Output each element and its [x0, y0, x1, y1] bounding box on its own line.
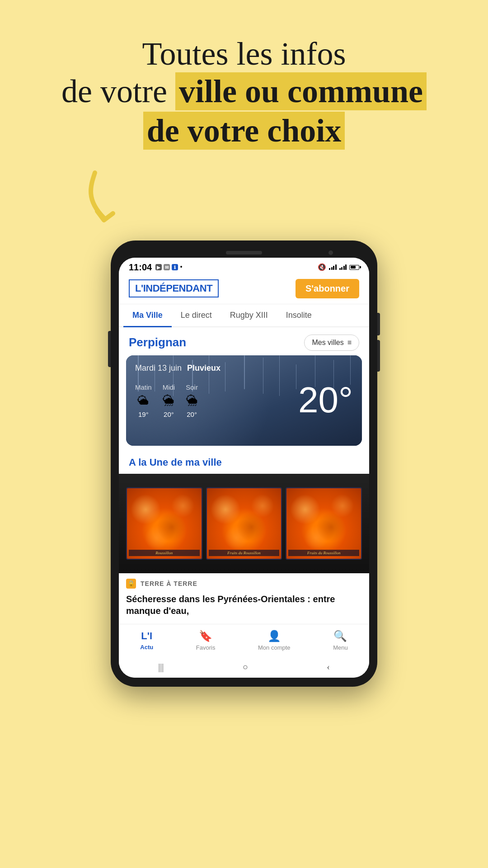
weather-date: Mardi 13 juin — [135, 363, 182, 373]
menu-label: Menu — [333, 644, 348, 651]
period-matin-temp: 19° — [138, 410, 149, 418]
hero-line1: Toutes les infos — [27, 36, 461, 72]
bottom-nav-menu[interactable]: 🔍 Menu — [333, 630, 348, 651]
mute-icon: 🔇 — [318, 263, 326, 271]
status-time: 11:04 — [129, 262, 152, 273]
news-article-image: Roussillon Fruits du Roussillon Fruits d… — [119, 474, 369, 573]
section-title: A la Une de ma ville — [119, 453, 369, 474]
weather-period-soir: Soir 🌦 20° — [186, 383, 198, 418]
period-midi-icon: 🌦 — [163, 394, 174, 408]
android-back-button[interactable]: ||| — [158, 662, 164, 672]
weather-header: Mardi 13 juin Pluvieux — [135, 363, 353, 373]
weather-temperature: 20° — [298, 382, 353, 418]
hero-section: Toutes les infos de votre ville ou commu… — [0, 0, 488, 168]
app-logo: L'INDÉPENDANT — [129, 279, 219, 297]
weather-period-matin: Matin 🌥 19° — [135, 383, 152, 418]
favoris-label: Favoris — [196, 644, 216, 651]
notification-icons: ▶ ✉ ℹ • — [155, 263, 183, 271]
battery-icon — [349, 265, 359, 270]
weather-content: Mardi 13 juin Pluvieux Matin 🌥 19° Midi — [126, 355, 362, 426]
menu-lines-icon: ≡ — [347, 339, 352, 347]
hero-line2-text: de votre — [61, 73, 167, 109]
period-midi-temp: 20° — [164, 410, 174, 418]
phone-mockup: 11:04 ▶ ✉ ℹ • 🔇 — [0, 241, 488, 687]
period-matin-label: Matin — [135, 383, 152, 391]
compte-label: Mon compte — [258, 644, 291, 651]
fruit-boxes-illustration: Roussillon Fruits du Roussillon Fruits d… — [119, 474, 369, 573]
logo-text: L'INDÉPENDANT — [135, 283, 212, 294]
system-icons: 🔇 — [318, 263, 359, 271]
tab-ma-ville[interactable]: Ma Ville — [123, 304, 172, 326]
volume-up-button — [377, 313, 380, 335]
news-meta: 🔒 TERRE À TERRE — [119, 573, 369, 591]
weather-bottom: Matin 🌥 19° Midi 🌦 20° Soir — [135, 382, 353, 418]
power-button — [108, 331, 111, 367]
fruit-box-2: Fruits du Roussillon — [206, 487, 282, 560]
tab-le-direct[interactable]: Le direct — [172, 304, 221, 326]
favoris-icon: 🔖 — [199, 630, 212, 642]
fruit-box-3: Fruits du Roussillon — [286, 487, 362, 560]
hero-highlight: ville ou commune — [175, 72, 427, 110]
subscribe-button[interactable]: S'abonner — [296, 279, 359, 298]
lock-badge: 🔒 — [126, 579, 136, 589]
wifi-icon — [329, 264, 337, 270]
hero-line2: de votre ville ou commune — [27, 72, 461, 111]
hero-line3: de votre choix — [27, 111, 461, 150]
weather-period-midi: Midi 🌦 20° — [163, 383, 175, 418]
city-name: Perpignan — [129, 335, 186, 349]
actu-label: Actu — [140, 644, 153, 651]
tab-insolite[interactable]: Insolite — [277, 304, 321, 326]
news-category: TERRE À TERRE — [141, 580, 197, 587]
volume-down-button — [377, 340, 380, 372]
fruit-fill-3 — [286, 488, 361, 559]
fruit-fill-2 — [207, 488, 282, 559]
speaker-grille — [226, 251, 262, 255]
mes-villes-label: Mes villes — [312, 339, 343, 347]
news-article-card[interactable]: Roussillon Fruits du Roussillon Fruits d… — [119, 474, 369, 624]
box-label-2: Fruits du Roussillon — [209, 550, 280, 556]
weather-condition: Pluvieux — [187, 363, 221, 373]
status-bar: 11:04 ▶ ✉ ℹ • 🔇 — [119, 258, 369, 275]
bottom-nav-actu[interactable]: L'I Actu — [140, 630, 153, 651]
hero-line3-highlight: de votre choix — [143, 112, 345, 150]
period-matin-icon: 🌥 — [137, 394, 149, 408]
android-home-button[interactable]: ○ — [243, 662, 248, 672]
tab-rugby-xiii[interactable]: Rugby XIII — [221, 304, 277, 326]
app-icon-1: ▶ — [155, 264, 162, 270]
news-title: Sécheresse dans les Pyrénées-Orientales … — [119, 591, 369, 624]
phone-top-bar — [119, 250, 369, 256]
weather-periods: Matin 🌥 19° Midi 🌦 20° Soir — [135, 383, 198, 418]
fruit-box-1: Roussillon — [126, 487, 202, 560]
box-label-1: Roussillon — [129, 550, 200, 556]
period-soir-temp: 20° — [187, 410, 197, 418]
nav-tabs: Ma Ville Le direct Rugby XIII Insolite — [119, 304, 369, 327]
app-icon-3: ℹ — [172, 264, 178, 270]
arrow-container — [0, 168, 488, 231]
menu-icon: 🔍 — [333, 630, 347, 642]
android-recents-button[interactable]: ‹ — [327, 662, 330, 672]
battery-fill — [351, 266, 356, 269]
arrow-icon — [81, 168, 136, 227]
bottom-nav-favoris[interactable]: 🔖 Favoris — [196, 630, 216, 651]
app-icon-2: ✉ — [164, 264, 170, 270]
city-section: Perpignan Mes villes ≡ — [119, 327, 369, 355]
front-camera — [328, 250, 333, 255]
fruit-fill-1 — [127, 488, 202, 559]
bottom-nav-compte[interactable]: 👤 Mon compte — [258, 630, 291, 651]
phone-screen: 11:04 ▶ ✉ ℹ • 🔇 — [119, 258, 369, 678]
phone-body: 11:04 ▶ ✉ ℹ • 🔇 — [111, 241, 377, 687]
actu-icon: L'I — [141, 630, 152, 642]
bottom-navigation: L'I Actu 🔖 Favoris 👤 Mon compte 🔍 Menu — [119, 624, 369, 657]
mes-villes-button[interactable]: Mes villes ≡ — [304, 335, 359, 351]
box-label-3: Fruits du Roussillon — [288, 550, 359, 556]
weather-card[interactable]: Mardi 13 juin Pluvieux Matin 🌥 19° Midi — [126, 355, 362, 446]
compte-icon: 👤 — [267, 630, 281, 642]
signal-icon — [339, 264, 347, 270]
period-soir-icon: 🌦 — [186, 394, 198, 408]
android-navigation-bar: ||| ○ ‹ — [119, 657, 369, 678]
period-soir-label: Soir — [186, 383, 198, 391]
period-midi-label: Midi — [163, 383, 175, 391]
app-header: L'INDÉPENDANT S'abonner — [119, 275, 369, 304]
dot-indicator: • — [180, 263, 183, 271]
